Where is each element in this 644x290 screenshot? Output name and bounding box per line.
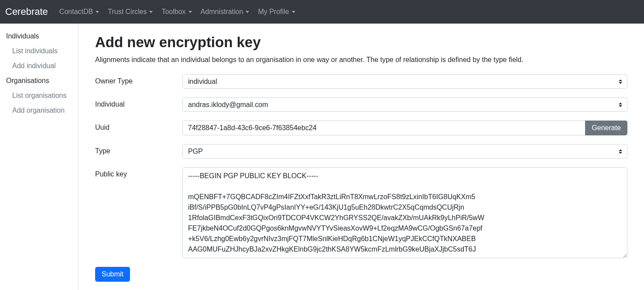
chevron-down-icon — [292, 11, 295, 13]
nav-toolbox[interactable]: Toolbox — [157, 4, 196, 19]
sidebar-header-individuals[interactable]: Individuals — [0, 29, 78, 44]
type-select[interactable]: PGP — [182, 144, 627, 159]
generate-button[interactable]: Generate — [585, 121, 627, 135]
sidebar-item-list-organisations[interactable]: List organisations — [0, 88, 78, 103]
owner-type-label: Owner Type — [95, 74, 182, 85]
individual-label: Individual — [95, 97, 182, 108]
owner-type-select[interactable]: individual — [182, 74, 627, 89]
sidebar-item-list-individuals[interactable]: List individuals — [0, 44, 78, 59]
nav-trust-circles[interactable]: Trust Circles — [103, 4, 157, 19]
submit-button[interactable]: Submit — [95, 267, 130, 282]
top-navbar: Cerebrate ContactDB Trust Circles Toolbo… — [0, 0, 644, 24]
nav-contactdb[interactable]: ContactDB — [55, 4, 103, 19]
page-subtitle: Alignments indicate that an individual b… — [95, 56, 627, 64]
nav-administration[interactable]: Admnistration — [196, 4, 254, 19]
sidebar-item-add-organisation[interactable]: Add organisation — [0, 103, 78, 118]
uuid-input[interactable] — [182, 121, 586, 135]
chevron-down-icon — [188, 11, 192, 13]
chevron-down-icon — [96, 11, 99, 13]
sidebar: Individuals List individuals Add individ… — [0, 24, 79, 290]
chevron-down-icon — [149, 11, 153, 13]
main-content: Add new encryption key Alignments indica… — [79, 24, 644, 290]
type-label: Type — [95, 144, 182, 155]
individual-select[interactable]: andras.iklody@gmail.com — [182, 97, 627, 112]
chevron-down-icon — [246, 11, 249, 13]
page-title: Add new encryption key — [95, 34, 627, 51]
sidebar-header-organisations[interactable]: Organisations — [0, 73, 78, 88]
brand-logo[interactable]: Cerebrate — [5, 3, 48, 21]
sidebar-item-add-individual[interactable]: Add individual — [0, 59, 78, 73]
nav-my-profile[interactable]: My Profile — [253, 4, 299, 19]
public-key-textarea[interactable] — [182, 167, 627, 258]
uuid-label: Uuid — [95, 121, 182, 131]
public-key-label: Public key — [95, 167, 182, 178]
